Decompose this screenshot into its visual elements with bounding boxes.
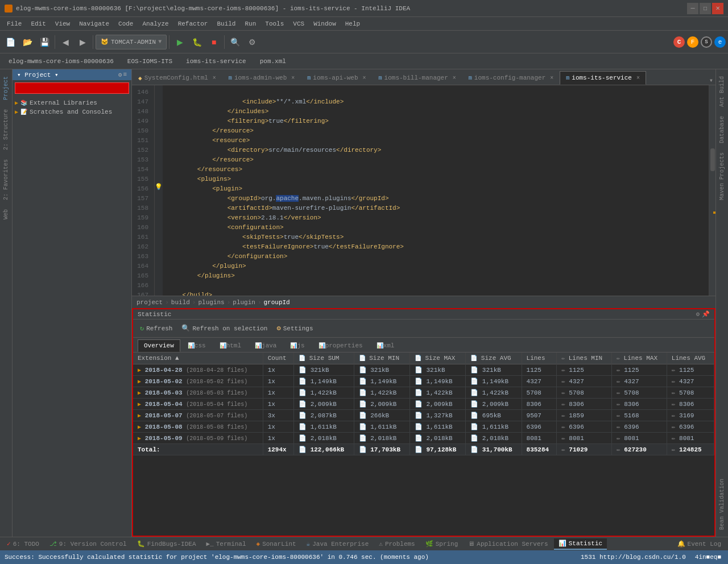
bean-validation-tab[interactable]: Bean Validation: [718, 474, 726, 534]
menu-build[interactable]: Build: [212, 17, 240, 30]
project-tab-0[interactable]: elog-mwms-core-ioms-80000636: [2, 55, 120, 68]
bc-project[interactable]: project: [136, 299, 163, 306]
tree-item-external-libraries[interactable]: ▶ 📚 External Libraries: [13, 98, 131, 107]
tab-close-icon[interactable]: ×: [291, 75, 295, 81]
editor-tab-config-manager[interactable]: m ioms-config-manager ×: [462, 71, 560, 85]
tab-close-icon[interactable]: ×: [213, 75, 216, 81]
project-tab-1[interactable]: EOS-IOMS-ITS: [121, 55, 179, 68]
col-size-max[interactable]: 📄 Size MAX: [410, 353, 465, 364]
editor-tab-admin-web[interactable]: m ioms-admin-web ×: [222, 71, 301, 85]
toolbar-debug-button[interactable]: 🐛: [189, 34, 205, 50]
editor-tab-systemconfig[interactable]: ◆ SystemConfig.html ×: [132, 71, 222, 85]
bot-tab-java-enterprise[interactable]: ☕ Java Enterprise: [302, 538, 374, 550]
bot-tab-app-servers[interactable]: 🖥 Application Servers: [464, 538, 552, 550]
menu-edit[interactable]: Edit: [26, 17, 50, 30]
menu-run[interactable]: Run: [240, 17, 260, 30]
stat-tab-properties[interactable]: 📊 properties: [312, 339, 369, 352]
menu-navigate[interactable]: Navigate: [75, 17, 114, 30]
toolbar-run-button[interactable]: ▶: [172, 34, 188, 50]
run-config-dropdown[interactable]: 🐱 TOMCAT-ADMIN ▼: [96, 35, 167, 49]
stat-tab-css[interactable]: 📊 css: [181, 339, 212, 352]
col-count[interactable]: Count: [263, 353, 293, 364]
menu-file[interactable]: File: [2, 17, 26, 30]
tab-close-icon[interactable]: ×: [550, 75, 553, 81]
project-tab-3[interactable]: pom.xml: [254, 55, 292, 68]
menu-refactor[interactable]: Refactor: [173, 17, 213, 30]
bot-tab-terminal[interactable]: ▶_ Terminal: [202, 538, 251, 550]
editor-tab-its-service[interactable]: m ioms-its-service ×: [560, 71, 646, 85]
editor-scrollbar[interactable]: [709, 85, 715, 296]
col-size-min[interactable]: 📄 Size MIN: [354, 353, 410, 364]
structure-panel-tab[interactable]: 2: Structure: [2, 105, 10, 155]
toolbar-save-button[interactable]: 💾: [36, 34, 52, 50]
col-lines-avg[interactable]: Lines AVG: [667, 353, 714, 364]
toolbar-stop-button[interactable]: ■: [206, 34, 222, 50]
bot-tab-vcs[interactable]: ⎇ 9: Version Control: [45, 538, 131, 550]
col-lines-max[interactable]: ✏ Lines MAX: [611, 353, 667, 364]
menu-view[interactable]: View: [51, 17, 75, 30]
col-lines-min[interactable]: ✏ Lines MIN: [557, 353, 612, 364]
refresh-on-selection-button[interactable]: 🔍 Refresh on selection: [179, 323, 270, 334]
menu-analyze[interactable]: Analyze: [138, 17, 173, 30]
bot-tab-findbugs[interactable]: 🐛 FindBugs-IDEA: [133, 538, 201, 550]
col-size-sum[interactable]: 📄 Size SUM: [294, 353, 354, 364]
bot-tab-problems[interactable]: ⚠ Problems: [374, 538, 419, 550]
panel-gear-icon[interactable]: ⚙: [118, 71, 122, 78]
project-search-box[interactable]: [15, 82, 129, 94]
statistic-settings-icon[interactable]: ⚙: [696, 310, 700, 318]
bot-tab-todo[interactable]: ✓ 6: TODO: [2, 538, 44, 550]
bot-tab-sonarlint[interactable]: ◈ SonarLint: [252, 538, 301, 550]
col-size-avg[interactable]: 📄 Size AVG: [466, 353, 522, 364]
status-encoding[interactable]: 4in■eq■: [693, 554, 723, 561]
stat-tab-java[interactable]: 📊 java: [249, 339, 283, 352]
menu-help[interactable]: Help: [341, 17, 365, 30]
tab-close-icon-active[interactable]: ×: [636, 75, 640, 81]
project-tab-2[interactable]: ioms-its-service: [180, 55, 253, 68]
bot-tab-eventlog[interactable]: 🔔 Event Log: [673, 538, 726, 550]
web-panel-tab[interactable]: Web: [2, 205, 10, 224]
statistic-pin-icon[interactable]: 📌: [702, 310, 710, 318]
toolbar-back-button[interactable]: ◀: [57, 34, 73, 50]
stat-tab-overview[interactable]: Overview: [138, 339, 180, 352]
toolbar-settings-button[interactable]: ⚙: [244, 34, 260, 50]
tab-close-icon[interactable]: ×: [453, 75, 456, 81]
gutter-156-bulb[interactable]: 💡: [155, 182, 163, 192]
editor-tab-bill-manager[interactable]: m ioms-bill-manager ×: [373, 71, 462, 85]
menu-tools[interactable]: Tools: [260, 17, 288, 30]
bot-tab-statistic[interactable]: 📊 Statistic: [554, 538, 607, 550]
favorites-panel-tab[interactable]: 2: Favorites: [2, 155, 10, 205]
toolbar-new-button[interactable]: 📄: [2, 34, 18, 50]
menu-code[interactable]: Code: [114, 17, 138, 30]
stat-tab-html[interactable]: 📊 html: [213, 339, 247, 352]
project-panel-tab[interactable]: Project: [2, 72, 10, 105]
bc-plugin[interactable]: plugin: [233, 299, 255, 306]
maximize-button[interactable]: □: [700, 3, 711, 14]
col-lines[interactable]: Lines: [522, 353, 557, 364]
stat-tab-js[interactable]: 📊 js: [284, 339, 311, 352]
toolbar-forward-button[interactable]: ▶: [75, 34, 90, 50]
menu-vcs[interactable]: VCS: [288, 17, 309, 30]
bot-tab-spring[interactable]: 🌿 Spring: [421, 538, 463, 550]
code-content[interactable]: <include>**/*.xml</include> </includes> …: [163, 85, 709, 296]
bc-groupid[interactable]: groupId: [264, 299, 290, 306]
tab-close-icon[interactable]: ×: [363, 75, 366, 81]
close-button[interactable]: ✕: [712, 3, 723, 14]
editor-tab-api-web[interactable]: m ioms-api-web ×: [301, 71, 372, 85]
menu-window[interactable]: Window: [309, 17, 341, 30]
database-tab[interactable]: Database: [718, 111, 726, 148]
tab-overflow-button[interactable]: ▾: [707, 76, 715, 85]
settings-button[interactable]: ⚙ Settings: [274, 323, 315, 334]
maven-projects-tab[interactable]: Maven Projects: [718, 148, 726, 205]
minimize-button[interactable]: ─: [687, 3, 698, 14]
refresh-button[interactable]: ↻ Refresh: [138, 323, 175, 334]
toolbar-open-button[interactable]: 📂: [19, 34, 35, 50]
stat-tab-xml[interactable]: 📊 xml: [370, 339, 401, 352]
bc-build[interactable]: build: [171, 299, 190, 306]
col-extension[interactable]: Extension ▲: [133, 353, 263, 364]
tree-item-scratches[interactable]: ▶ 📝 Scratches and Consoles: [13, 107, 131, 117]
ant-build-tab[interactable]: Ant Build: [718, 72, 726, 111]
toolbar-search-button[interactable]: 🔍: [227, 34, 243, 50]
status-url[interactable]: 1531 http://blog.csdn.cu/1.0: [578, 554, 688, 561]
bc-plugins[interactable]: plugins: [198, 299, 224, 306]
panel-settings-icon[interactable]: ≡: [123, 71, 127, 78]
